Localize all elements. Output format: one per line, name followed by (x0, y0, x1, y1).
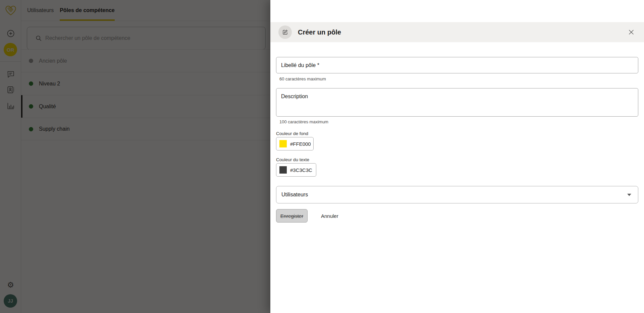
text-color-value: #3C3C3C (290, 167, 312, 173)
description-field-text: Description (281, 93, 308, 100)
close-icon (628, 28, 635, 36)
pole-label-field-text: Libellé du pôle * (281, 62, 319, 68)
cancel-button[interactable]: Annuler (318, 209, 342, 223)
save-button[interactable]: Enregister (276, 209, 308, 223)
background-color-swatch (279, 140, 287, 147)
description-field[interactable]: Description (276, 88, 638, 117)
users-select[interactable]: Utilisateurs (276, 186, 638, 203)
create-pole-drawer: Créer un pôle Libellé du pôle * 60 carac… (270, 0, 644, 313)
text-color-swatch (279, 166, 287, 174)
background-color-label: Couleur de fond (276, 131, 308, 136)
pole-label-helper: 60 caractères maximum (279, 76, 326, 81)
drawer-title: Créer un pôle (298, 28, 341, 36)
modal-backdrop[interactable] (0, 0, 270, 313)
users-select-value: Utilisateurs (281, 192, 627, 198)
drawer-header: Créer un pôle (270, 22, 644, 42)
close-button[interactable] (627, 27, 636, 37)
description-helper: 100 caractères maximum (279, 119, 328, 124)
text-color-label: Couleur du texte (276, 157, 309, 162)
edit-icon (282, 29, 288, 35)
edit-icon-badge (278, 25, 292, 39)
background-color-field[interactable]: #FFE000 (276, 137, 314, 150)
background-color-value: #FFE000 (290, 141, 311, 147)
text-color-field[interactable]: #3C3C3C (276, 163, 316, 177)
chevron-down-icon (627, 194, 631, 196)
pole-label-field[interactable]: Libellé du pôle * (276, 57, 638, 73)
